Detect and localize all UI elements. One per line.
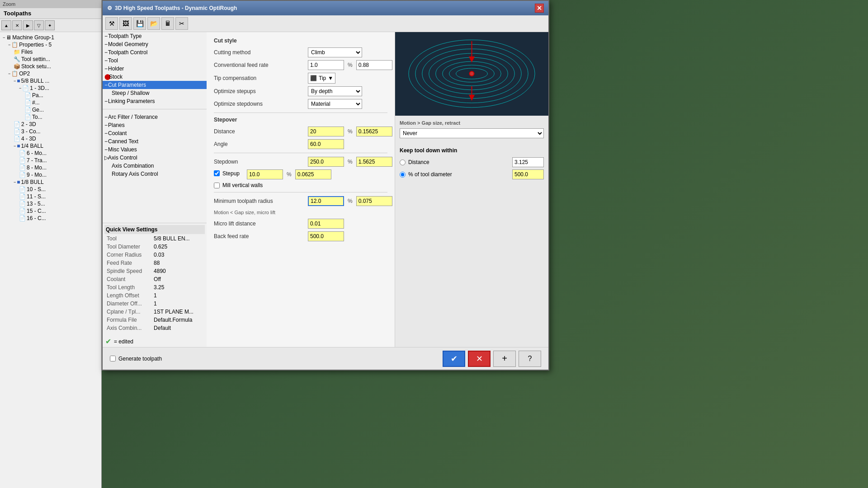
tree-stock-setup[interactable]: 📦 Stock setu...	[2, 63, 99, 70]
cutting-method-select[interactable]: Climb Conventional	[308, 47, 362, 57]
nav-axis-control[interactable]: ▷ Axis Control	[103, 154, 207, 162]
conventional-feed-input[interactable]	[308, 60, 344, 70]
keep-distance-input[interactable]	[512, 157, 544, 167]
tip-compensation-select[interactable]: ⬛ Tip ▼	[308, 73, 335, 84]
nav-holder[interactable]: − Holder	[103, 65, 207, 73]
distance-input[interactable]	[308, 127, 344, 136]
tree-15-c[interactable]: 📄 15 - C...	[2, 207, 99, 215]
tree-58bull[interactable]: − ■ 5/8 BULL ...	[2, 77, 99, 84]
help-button[interactable]: ?	[519, 351, 541, 367]
tree-1-3d[interactable]: − 📄 1 - 3D...	[2, 84, 99, 92]
tree-properties[interactable]: − 📋 Properties - 5	[2, 41, 99, 48]
qv-feed-rate: Feed Rate88	[105, 259, 204, 267]
generate-toolpath-checkbox[interactable]	[110, 356, 116, 361]
tree-2-3d[interactable]: 📄 2 - 3D	[2, 121, 99, 128]
tree-ge[interactable]: 📄 Ge...	[2, 106, 99, 113]
tree-11-s[interactable]: 📄 11 - S...	[2, 193, 99, 200]
nav-rotary-axis[interactable]: Rotary Axis Control	[103, 170, 207, 178]
distance-calc[interactable]	[356, 127, 392, 136]
toolbar-save-btn[interactable]: 💾	[133, 17, 146, 30]
expand-icon[interactable]: −	[3, 35, 5, 40]
optimize-stepups-row: Optimize stepups By depth Always Never	[214, 86, 387, 96]
tb-arrow-down[interactable]: ▽	[34, 20, 44, 30]
tb-close[interactable]: ✕	[12, 20, 22, 30]
stepdown-input[interactable]	[308, 157, 344, 167]
conventional-feed-calc[interactable]	[356, 60, 392, 70]
tree-files[interactable]: 📁 Files	[2, 48, 99, 56]
nav-planes[interactable]: − Planes	[103, 121, 207, 129]
tb-play[interactable]: ▶	[23, 20, 33, 30]
stepdown-calc[interactable]	[356, 157, 392, 167]
tree-machine-group[interactable]: − 🖥 Machine Group-1	[2, 34, 99, 41]
toolbar-load-btn[interactable]: 📂	[147, 17, 160, 30]
optimize-stepups-select[interactable]: By depth Always Never	[308, 86, 362, 96]
tree-3-co[interactable]: 📄 3 - Co...	[2, 128, 99, 135]
tb-arrow-up[interactable]: ▲	[1, 20, 11, 30]
tb-star[interactable]: ✦	[45, 20, 55, 30]
tree-7-tra[interactable]: 📄 7 - Tra...	[2, 157, 99, 164]
tree-8-mo[interactable]: 📄 8 - Mo...	[2, 164, 99, 171]
tree-13-5[interactable]: 📄 13 - 5...	[2, 200, 99, 207]
micro-lift-label: Micro lift distance	[214, 221, 304, 227]
nav-model-geometry[interactable]: − Model Geometry	[103, 40, 207, 48]
nav-toolpath-type[interactable]: − Toolpath Type	[103, 32, 207, 40]
quick-view-section: Quick View Settings Tool5/8 BULL EN... T…	[103, 223, 207, 334]
nav-coolant[interactable]: − Coolant	[103, 129, 207, 137]
tree-14ball[interactable]: − ■ 1/4 BALL	[2, 142, 99, 150]
tree-16-c[interactable]: 📄 16 - C...	[2, 215, 99, 222]
dialog-titlebar: ⚙ 3D High Speed Toolpaths - Dynamic Opti…	[103, 1, 548, 15]
stepup-checkbox[interactable]	[214, 170, 220, 176]
nav-cut-parameters[interactable]: − Cut Parameters	[103, 81, 207, 89]
micro-lift-input[interactable]	[308, 219, 344, 229]
tree-to[interactable]: 📄 To...	[2, 113, 99, 121]
tree-hash[interactable]: 📄 #...	[2, 99, 99, 106]
nav-stock[interactable]: ⬤ Stock	[103, 73, 207, 81]
quick-view-table: Tool5/8 BULL EN... Tool Diameter0.625 Co…	[104, 234, 205, 333]
tree-tool-settings[interactable]: 🔧 Tool settin...	[2, 56, 99, 63]
cancel-button[interactable]: ✕	[468, 351, 491, 367]
nav-canned-text[interactable]: − Canned Text	[103, 137, 207, 145]
ok-button[interactable]: ✔	[443, 351, 465, 367]
keep-pct-row: % of tool diameter	[400, 169, 544, 179]
tree-pa[interactable]: 📄 Pa...	[2, 92, 99, 99]
toolpath-tree: − 🖥 Machine Group-1 − 📋 Properties - 5 📁…	[0, 32, 101, 484]
keep-distance-row: Distance	[400, 157, 544, 167]
nav-linking-parameters[interactable]: − Linking Parameters	[103, 97, 207, 105]
stepup-input[interactable]	[247, 169, 283, 179]
dialog-close-button[interactable]: ✕	[535, 4, 544, 13]
nav-tool[interactable]: − Tool	[103, 56, 207, 65]
qv-tool: Tool5/8 BULL EN...	[105, 235, 204, 242]
keep-distance-radio[interactable]	[400, 160, 406, 165]
optimize-stepups-label: Optimize stepups	[214, 88, 304, 94]
tree-9-mo[interactable]: 📄 9 - Mo...	[2, 171, 99, 178]
nav-arc-filter[interactable]: − Arc Filter / Tolerance	[103, 113, 207, 121]
toolbar-view-btn[interactable]: 🖼	[119, 17, 132, 30]
motion-gap-select[interactable]: Never Always Distance	[400, 128, 544, 138]
tree-6-mo[interactable]: 📄 6 - Mo...	[2, 150, 99, 157]
keep-pct-input[interactable]	[512, 169, 544, 179]
nav-steep-shallow[interactable]: Steep / Shallow	[103, 89, 207, 97]
tree-4-3d[interactable]: 📄 4 - 3D	[2, 135, 99, 142]
edited-check-icon: ✔	[105, 337, 111, 346]
toolbar-calc-btn[interactable]: 🖩	[161, 17, 174, 30]
keep-pct-radio[interactable]	[400, 172, 406, 178]
tree-op2[interactable]: − 📋 OP2	[2, 70, 99, 77]
stepup-calc[interactable]	[295, 169, 331, 179]
tree-18bull[interactable]: − ■ 1/8 BULL	[2, 178, 99, 186]
tree-10-s[interactable]: 📄 10 - S...	[2, 186, 99, 193]
back-feed-input[interactable]	[308, 231, 344, 241]
nav-axis-combination[interactable]: Axis Combination	[103, 162, 207, 170]
stepup-checkbox-row: Stepup	[214, 170, 240, 177]
add-button[interactable]: +	[493, 351, 516, 367]
motion-gap-section: Motion > Gap size, retract Never Always …	[395, 116, 548, 143]
toolbar-delete-btn[interactable]: ✂	[175, 17, 188, 30]
nav-misc-values[interactable]: − Misc Values	[103, 145, 207, 154]
toolpath-radius-calc[interactable]	[356, 196, 392, 206]
optimize-stepdowns-select[interactable]: Material Never Always	[308, 99, 362, 109]
toolpath-radius-input[interactable]	[308, 196, 344, 206]
mill-vertical-checkbox[interactable]	[214, 183, 220, 188]
angle-input[interactable]	[308, 139, 344, 149]
back-feed-row: Back feed rate	[214, 231, 387, 241]
nav-toolpath-control[interactable]: − Toolpath Control	[103, 48, 207, 56]
toolbar-tool-btn[interactable]: ⚒	[105, 17, 118, 30]
